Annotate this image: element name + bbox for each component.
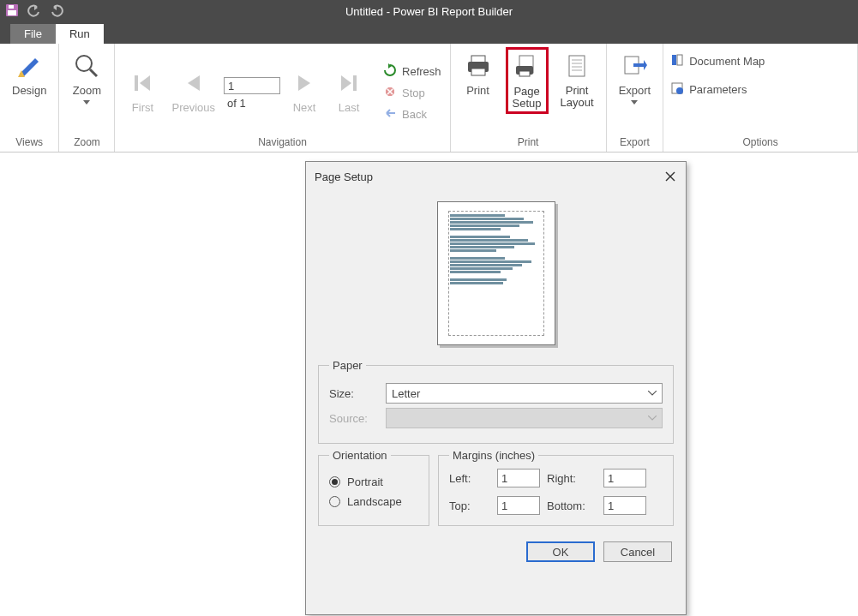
print-icon (463, 51, 494, 81)
next-button[interactable]: Next (284, 64, 325, 117)
margin-right-label: Right: (547, 472, 597, 485)
size-combobox[interactable]: Letter (386, 383, 663, 404)
svg-rect-15 (519, 71, 530, 76)
svg-rect-1 (9, 5, 14, 9)
group-views: Design Views (0, 44, 59, 152)
parameters-icon (670, 81, 684, 98)
title-bar: Untitled - Power BI Report Builder (0, 0, 858, 23)
margin-left-label: Left: (449, 472, 490, 485)
stop-icon (383, 85, 397, 101)
group-options: Document Map Parameters Options (663, 44, 858, 152)
size-label: Size: (329, 387, 377, 400)
print-layout-icon (561, 51, 592, 81)
landscape-radio[interactable]: Landscape (329, 495, 418, 508)
svg-rect-12 (471, 69, 485, 75)
group-navigation: First Previous of 1 Next Last R (115, 44, 450, 152)
design-icon (14, 51, 45, 81)
radio-icon (329, 476, 340, 487)
margin-left-input[interactable] (497, 469, 540, 487)
refresh-button[interactable]: Refresh (383, 63, 441, 80)
svg-point-25 (676, 87, 683, 94)
back-icon (383, 106, 397, 123)
portrait-radio[interactable]: Portrait (329, 475, 418, 488)
first-icon (127, 68, 158, 99)
page-number-input[interactable] (224, 77, 280, 94)
refresh-icon (383, 63, 397, 80)
tab-file[interactable]: File (10, 24, 56, 44)
paper-fieldset: Paper Size: Letter Source: (318, 359, 674, 444)
ribbon-tabs: File Run (0, 23, 858, 44)
document-map-icon (670, 53, 684, 69)
source-label: Source: (329, 412, 377, 425)
svg-rect-16 (569, 56, 585, 76)
dropdown-icon (83, 100, 90, 105)
svg-point-4 (76, 56, 92, 71)
margin-right-input[interactable] (603, 469, 646, 487)
chevron-down-icon (648, 416, 657, 421)
dropdown-icon (631, 100, 638, 105)
print-button[interactable]: Print (458, 47, 499, 100)
next-icon (289, 68, 320, 99)
svg-rect-2 (8, 10, 16, 15)
last-button[interactable]: Last (328, 64, 369, 117)
svg-rect-6 (135, 75, 138, 91)
group-export: Export Export (607, 44, 664, 152)
design-button[interactable]: Design (7, 47, 51, 100)
last-icon (333, 68, 364, 99)
quick-access-toolbar (5, 3, 63, 20)
orientation-fieldset: Orientation Portrait Landscape (318, 449, 429, 526)
margin-top-label: Top: (449, 499, 490, 512)
tab-run[interactable]: Run (56, 24, 104, 44)
close-icon (665, 171, 675, 182)
svg-rect-7 (353, 75, 357, 91)
ok-button[interactable]: OK (526, 541, 595, 562)
export-icon (619, 51, 650, 81)
svg-rect-22 (672, 55, 676, 65)
page-setup-icon (512, 51, 543, 82)
previous-button[interactable]: Previous (166, 64, 220, 117)
dialog-title: Page Setup (315, 170, 373, 183)
svg-rect-23 (677, 55, 682, 65)
export-button[interactable]: Export (614, 47, 657, 108)
redo-icon[interactable] (50, 3, 63, 20)
source-combobox (386, 408, 663, 428)
parameters-button[interactable]: Parameters (670, 81, 747, 98)
group-zoom: Zoom Zoom (59, 44, 115, 152)
ribbon: Design Views Zoom Zoom First Pre (0, 44, 858, 153)
group-print: Print PageSetup PrintLayout Print (451, 44, 607, 152)
margin-bottom-input[interactable] (603, 496, 646, 515)
svg-rect-10 (471, 56, 485, 63)
radio-icon (329, 496, 340, 507)
page-of-label: of 1 (224, 97, 246, 110)
back-button[interactable]: Back (383, 106, 441, 123)
margin-top-input[interactable] (497, 496, 540, 515)
cancel-button[interactable]: Cancel (603, 541, 672, 562)
app-title: Untitled - Power BI Report Builder (345, 5, 513, 18)
zoom-icon (71, 51, 102, 81)
margins-fieldset: Margins (inches) Left: Right: Top: Botto… (438, 449, 674, 526)
svg-line-5 (90, 69, 97, 76)
dialog-titlebar: Page Setup (306, 162, 686, 191)
undo-icon[interactable] (27, 3, 41, 20)
page-setup-button[interactable]: PageSetup (506, 47, 549, 114)
print-layout-button[interactable]: PrintLayout (555, 47, 599, 112)
stop-button[interactable]: Stop (383, 85, 441, 101)
previous-icon (178, 68, 209, 99)
page-setup-dialog: Page Setup Paper Size: Letter Source: (305, 161, 687, 615)
margin-bottom-label: Bottom: (547, 499, 597, 512)
chevron-down-icon (648, 391, 657, 396)
zoom-button[interactable]: Zoom (66, 47, 107, 108)
first-button[interactable]: First (122, 64, 163, 117)
save-icon[interactable] (5, 3, 19, 20)
close-button[interactable] (663, 170, 677, 183)
document-map-button[interactable]: Document Map (670, 53, 765, 69)
page-preview (306, 191, 686, 354)
